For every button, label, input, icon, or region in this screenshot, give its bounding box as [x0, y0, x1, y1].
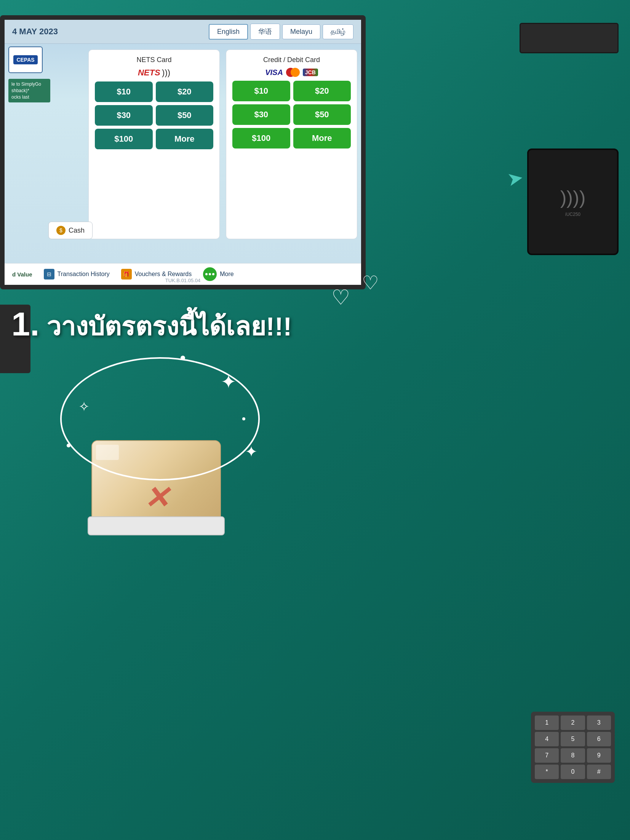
nets-waves: ))) [162, 68, 170, 77]
bottom-bar: d Value ⊟ Transaction History 🎁 Vouchers… [5, 263, 361, 285]
nets-card-panel: NETS Card NETS ))) $10 $20 $30 $50 $100 … [88, 50, 220, 239]
credit-card-panel: Credit / Debit Card VISA JCB $10 $20 $30… [226, 50, 357, 239]
cashback-label: shback)* [11, 88, 47, 94]
nets-50-btn[interactable]: $50 [156, 105, 214, 126]
lang-malay[interactable]: Melayu [282, 24, 320, 39]
nets-logo-text: NETS [138, 68, 160, 77]
cash-btn[interactable]: $ Cash [48, 222, 93, 239]
dot2 [209, 273, 211, 275]
key-7[interactable]: 7 [535, 748, 559, 763]
nets-amount-grid: $10 $20 $30 $50 $100 More [95, 81, 213, 149]
mc-circle2 [291, 68, 300, 77]
cash-icon: $ [56, 226, 66, 235]
card-logos: VISA JCB [232, 68, 351, 77]
cash-section: $ Cash [48, 222, 93, 239]
keypad: 1 2 3 4 5 6 7 8 9 * 0 # [531, 712, 615, 783]
atm-screen: 4 MAY 2023 English 华语 Melayu தமிழ் ount … [0, 15, 366, 289]
lang-english[interactable]: English [209, 24, 248, 40]
thai-annotation: 1. วางบัตรตรงนี้ได้เลย!!! [11, 305, 292, 347]
card-chip [96, 445, 119, 460]
top-bar: 4 MAY 2023 English 华语 Melayu தமிழ் [5, 20, 361, 44]
credit-20-btn[interactable]: $20 [293, 81, 351, 101]
transaction-label: Transaction History [58, 271, 110, 278]
cepas-logo: CEPAS [8, 46, 43, 73]
credit-card-title: Credit / Debit Card [232, 56, 351, 64]
nets-30-btn[interactable]: $30 [95, 105, 153, 126]
step-number: 1. [11, 305, 39, 343]
transaction-history-link[interactable]: ⊟ Transaction History [44, 269, 110, 279]
key-9[interactable]: 9 [587, 748, 611, 763]
vouchers-icon: 🎁 [121, 269, 132, 279]
lang-chinese[interactable]: 华语 [250, 24, 280, 40]
cash-label: Cash [69, 227, 85, 235]
simpligo-label: le to SimplyGo [11, 81, 47, 88]
key-5[interactable]: 5 [561, 732, 585, 746]
card-x-mark: ✕ [144, 480, 169, 516]
nfc-reader: )))) iUC250 [527, 149, 619, 255]
key-1[interactable]: 1 [535, 715, 559, 730]
nets-logo: NETS ))) [95, 68, 213, 78]
ezlink-card: ✕ [91, 440, 221, 524]
key-star[interactable]: * [535, 765, 559, 779]
key-6[interactable]: 6 [587, 732, 611, 746]
screen-content: 4 MAY 2023 English 华语 Melayu தமிழ் ount … [5, 20, 361, 285]
nets-10-btn[interactable]: $10 [95, 81, 153, 102]
key-3[interactable]: 3 [587, 715, 611, 730]
vouchers-label: Vouchers & Rewards [135, 271, 192, 278]
version-label: TUK.B.01.05.04 [165, 278, 201, 283]
credit-more-btn[interactable]: More [293, 128, 351, 149]
nets-20-btn[interactable]: $20 [156, 81, 214, 102]
key-2[interactable]: 2 [561, 715, 585, 730]
credit-50-btn[interactable]: $50 [293, 104, 351, 125]
credit-100-btn[interactable]: $100 [232, 128, 290, 149]
thai-text: วางบัตรตรงนี้ได้เลย!!! [46, 312, 292, 341]
credit-amount-grid: $10 $20 $30 $50 $100 More [232, 81, 351, 149]
mastercard-logo [286, 68, 300, 77]
card-info: le to SimplyGo shback)* ocks last [8, 79, 50, 102]
blocks-label: ocks last [11, 94, 47, 101]
date-label: 4 MAY 2023 [12, 27, 58, 37]
payment-section: NETS Card NETS ))) $10 $20 $30 $50 $100 … [88, 50, 357, 239]
key-4[interactable]: 4 [535, 732, 559, 746]
more-link[interactable]: More [203, 267, 233, 281]
nets-card-title: NETS Card [95, 56, 213, 64]
key-8[interactable]: 8 [561, 748, 585, 763]
cepas-logo-text: CEPAS [13, 55, 37, 64]
jcb-logo: JCB [303, 69, 318, 76]
dot1 [205, 273, 208, 275]
transaction-icon: ⊟ [44, 269, 54, 279]
more-label: More [220, 271, 233, 278]
top-card-reader [520, 23, 619, 53]
nets-more-btn[interactable]: More [156, 129, 214, 149]
credit-10-btn[interactable]: $10 [232, 81, 290, 101]
add-value-label: d Value [12, 271, 32, 278]
card-face: ✕ [92, 441, 220, 523]
key-hash[interactable]: # [587, 765, 611, 779]
credit-30-btn[interactable]: $30 [232, 104, 290, 125]
nets-100-btn[interactable]: $100 [95, 129, 153, 149]
dot3 [212, 273, 214, 275]
nfc-symbol: )))) [560, 187, 586, 209]
more-dots-icon [203, 267, 217, 281]
key-0[interactable]: 0 [561, 765, 585, 779]
visa-logo: VISA [265, 68, 283, 77]
lang-tamil[interactable]: தமிழ் [323, 24, 353, 39]
nfc-label: iUC250 [565, 212, 580, 217]
card-holder-base [88, 516, 225, 535]
